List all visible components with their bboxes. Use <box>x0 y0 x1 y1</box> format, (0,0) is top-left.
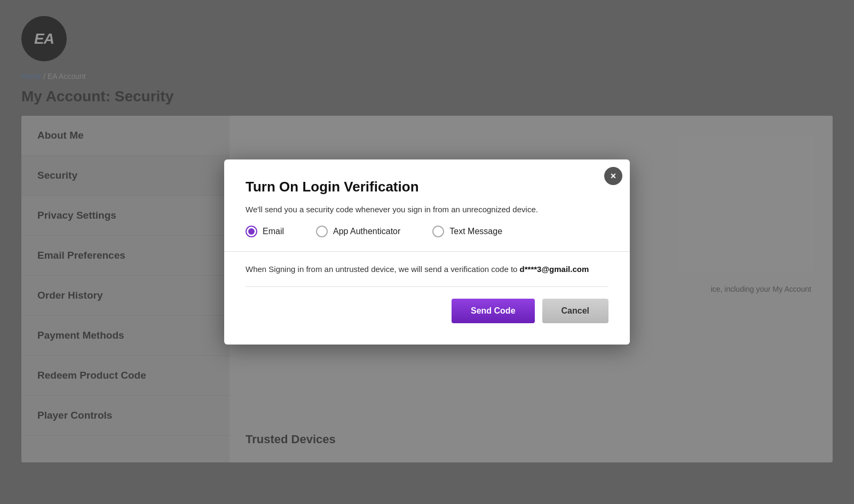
modal-info-text: When Signing in from an untrusted device… <box>246 265 520 274</box>
radio-email-inner <box>248 228 255 235</box>
radio-option-app-authenticator[interactable]: App Authenticator <box>316 226 400 237</box>
radio-app-authenticator-label: App Authenticator <box>333 227 400 236</box>
radio-option-email[interactable]: Email <box>246 226 284 237</box>
radio-text-message-outer <box>432 226 444 237</box>
radio-text-message-label: Text Message <box>449 227 502 236</box>
radio-email-label: Email <box>263 227 284 236</box>
login-verification-modal: × Turn On Login Verification We'll send … <box>224 159 630 345</box>
send-code-button[interactable]: Send Code <box>452 299 535 323</box>
cancel-button[interactable]: Cancel <box>542 299 608 323</box>
radio-option-text-message[interactable]: Text Message <box>432 226 502 237</box>
modal-description: We'll send you a security code whenever … <box>246 205 608 214</box>
modal-masked-email: d****3@gmail.com <box>520 265 589 274</box>
modal-info-section: When Signing in from an untrusted device… <box>246 252 608 287</box>
modal-footer: Send Code Cancel <box>246 287 608 329</box>
radio-group: Email App Authenticator Text Message <box>246 226 608 251</box>
modal-overlay: × Turn On Login Verification We'll send … <box>0 0 854 504</box>
modal-title: Turn On Login Verification <box>246 179 608 195</box>
modal-body: Turn On Login Verification We'll send yo… <box>224 159 630 345</box>
modal-close-button[interactable]: × <box>604 167 622 185</box>
radio-email-outer <box>246 226 257 237</box>
radio-app-authenticator-outer <box>316 226 328 237</box>
